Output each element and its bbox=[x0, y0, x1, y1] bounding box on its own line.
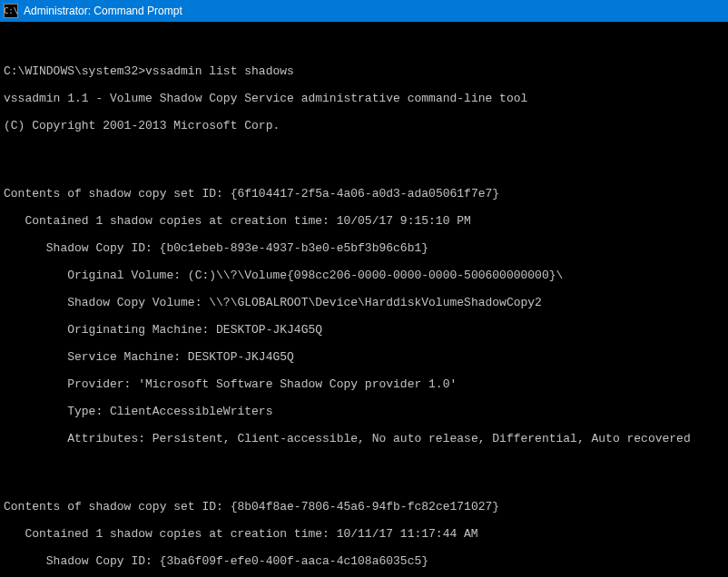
set-id-line: Contents of shadow copy set ID: {6f10441… bbox=[4, 187, 724, 200]
window-titlebar[interactable]: C:\ Administrator: Command Prompt bbox=[0, 0, 728, 22]
originating-machine-line: Originating Machine: DESKTOP-JKJ4G5Q bbox=[4, 323, 724, 337]
window-title: Administrator: Command Prompt bbox=[24, 5, 182, 17]
terminal-output[interactable]: C:\WINDOWS\system32>vssadmin list shadow… bbox=[0, 22, 728, 577]
prompt-path: C:\WINDOWS\system32> bbox=[4, 64, 145, 78]
cmd-icon: C:\ bbox=[4, 4, 18, 18]
prompt-line: C:\WINDOWS\system32>vssadmin list shadow… bbox=[4, 64, 724, 78]
provider-line: Provider: 'Microsoft Software Shadow Cop… bbox=[4, 377, 724, 391]
shadow-volume-line: Shadow Copy Volume: \\?\GLOBALROOT\Devic… bbox=[4, 296, 724, 309]
type-line: Type: ClientAccessibleWriters bbox=[4, 405, 724, 418]
copy-id-line: Shadow Copy ID: {b0c1ebeb-893e-4937-b3e0… bbox=[4, 241, 724, 255]
command-text: vssadmin list shadows bbox=[145, 64, 294, 78]
copy-id-line: Shadow Copy ID: {3ba6f09f-efe0-400f-aaca… bbox=[4, 554, 724, 568]
contained-line: Contained 1 shadow copies at creation ti… bbox=[4, 214, 724, 228]
copyright-line: (C) Copyright 2001-2013 Microsoft Corp. bbox=[4, 119, 724, 132]
blank-line bbox=[4, 459, 724, 473]
attributes-line: Attributes: Persistent, Client-accessibl… bbox=[4, 432, 724, 445]
blank-line bbox=[4, 37, 724, 51]
original-volume-line: Original Volume: (C:)\\?\Volume{098cc206… bbox=[4, 269, 724, 282]
service-machine-line: Service Machine: DESKTOP-JKJ4G5Q bbox=[4, 350, 724, 364]
contained-line: Contained 1 shadow copies at creation ti… bbox=[4, 527, 724, 541]
blank-line bbox=[4, 146, 724, 160]
header-line: vssadmin 1.1 - Volume Shadow Copy Servic… bbox=[4, 92, 724, 105]
set-id-line: Contents of shadow copy set ID: {8b04f8a… bbox=[4, 500, 724, 513]
